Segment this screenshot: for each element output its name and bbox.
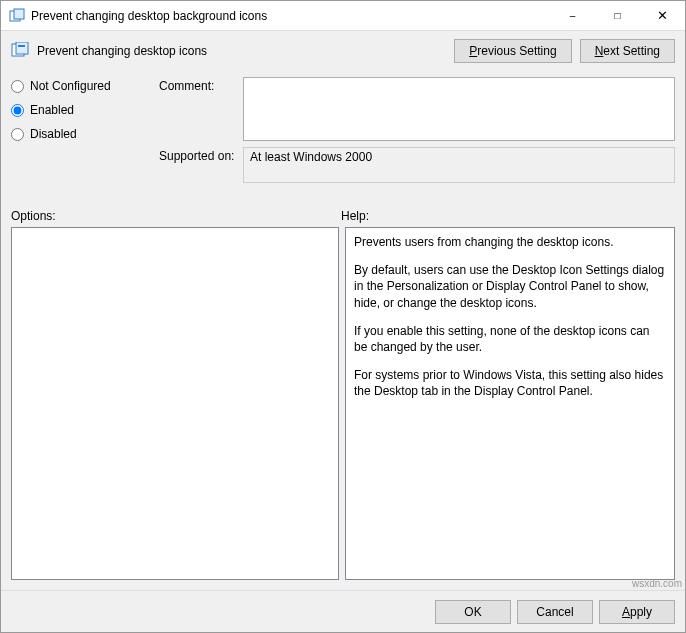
ok-button[interactable]: OK <box>435 600 511 624</box>
help-panel: Prevents users from changing the desktop… <box>345 227 675 580</box>
nav-buttons: Previous Setting Next Setting <box>454 39 675 63</box>
minimize-button[interactable]: – <box>550 1 595 30</box>
maximize-button[interactable]: □ <box>595 1 640 30</box>
setting-name: Prevent changing desktop icons <box>37 44 454 58</box>
help-p1: Prevents users from changing the desktop… <box>354 234 666 250</box>
radio-disabled-label: Disabled <box>30 127 77 141</box>
panels: Prevents users from changing the desktop… <box>11 227 675 580</box>
supported-field-row: Supported on: At least Windows 2000 <box>159 147 675 183</box>
radio-not-configured-input[interactable] <box>11 80 24 93</box>
supported-label: Supported on: <box>159 147 239 163</box>
window-controls: – □ ✕ <box>550 1 685 30</box>
svg-rect-1 <box>14 9 24 19</box>
radio-disabled[interactable]: Disabled <box>11 127 151 141</box>
help-label: Help: <box>341 209 369 223</box>
state-radios: Not Configured Enabled Disabled <box>11 77 151 189</box>
previous-setting-button[interactable]: Previous Setting <box>454 39 571 63</box>
radio-disabled-input[interactable] <box>11 128 24 141</box>
window-title: Prevent changing desktop background icon… <box>31 9 550 23</box>
radio-not-configured[interactable]: Not Configured <box>11 79 151 93</box>
apply-button[interactable]: Apply <box>599 600 675 624</box>
options-panel <box>11 227 339 580</box>
supported-value: At least Windows 2000 <box>243 147 675 183</box>
content-area: Prevent changing desktop icons Previous … <box>1 31 685 590</box>
cancel-button[interactable]: Cancel <box>517 600 593 624</box>
radio-enabled-input[interactable] <box>11 104 24 117</box>
svg-rect-3 <box>16 42 28 54</box>
comment-input[interactable] <box>243 77 675 141</box>
titlebar: Prevent changing desktop background icon… <box>1 1 685 31</box>
radio-enabled-label: Enabled <box>30 103 74 117</box>
radio-not-configured-label: Not Configured <box>30 79 111 93</box>
next-setting-button[interactable]: Next Setting <box>580 39 675 63</box>
watermark: wsxdn.com <box>632 578 682 589</box>
radio-enabled[interactable]: Enabled <box>11 103 151 117</box>
help-p2: By default, users can use the Desktop Ic… <box>354 262 666 311</box>
help-p3: If you enable this setting, none of the … <box>354 323 666 355</box>
section-labels: Options: Help: <box>11 209 675 223</box>
help-p4: For systems prior to Windows Vista, this… <box>354 367 666 399</box>
header-row: Prevent changing desktop icons Previous … <box>11 39 675 63</box>
footer: OK Cancel Apply <box>1 590 685 632</box>
fields-column: Comment: Supported on: At least Windows … <box>159 77 675 189</box>
close-button[interactable]: ✕ <box>640 1 685 30</box>
options-label: Options: <box>11 209 341 223</box>
upper-section: Not Configured Enabled Disabled Comment:… <box>11 77 675 189</box>
comment-label: Comment: <box>159 77 239 93</box>
setting-icon <box>11 42 29 60</box>
policy-icon <box>9 8 25 24</box>
svg-rect-4 <box>18 45 25 47</box>
comment-field-row: Comment: <box>159 77 675 141</box>
